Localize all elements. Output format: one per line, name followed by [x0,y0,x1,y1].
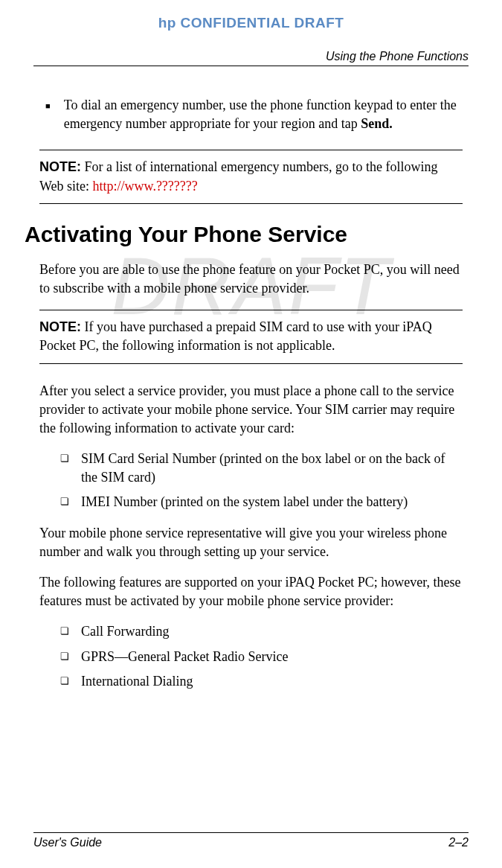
features-list: ❏ Call Forwarding ❏ GPRS—General Packet … [60,622,463,691]
bullet-text: To dial an emergency number, use the pho… [64,96,463,133]
section-heading: Activating Your Phone Service [25,222,463,247]
list-item: ❏ GPRS—General Packet Radio Service [60,648,463,666]
confidential-header: hp CONFIDENTIAL DRAFT [33,15,469,31]
note-url: http://www.??????? [93,179,198,194]
note-sim-card: NOTE: If you have purchased a prepaid SI… [39,310,463,363]
list-item: ❏ Call Forwarding [60,622,463,641]
note-label: NOTE: [39,159,81,174]
requirements-list: ❏ SIM Card Serial Number (printed on the… [60,450,463,512]
list-item: ❏ SIM Card Serial Number (printed on the… [60,450,463,487]
list-item-text: GPRS—General Packet Radio Service [81,648,288,666]
outline-square-icon: ❏ [60,495,69,511]
footer-page-number: 2–2 [448,836,469,849]
emergency-bullet: ■ To dial an emergency number, use the p… [39,96,463,133]
list-item-text: International Dialing [81,672,193,691]
list-item-text: Call Forwarding [81,622,170,641]
list-item: ❏ IMEI Number (printed on the system lab… [60,493,463,511]
list-item: ❏ International Dialing [60,672,463,691]
outline-square-icon: ❏ [60,452,69,487]
note-label: NOTE: [39,319,81,334]
square-bullet-icon: ■ [45,100,51,133]
outline-square-icon: ❏ [60,674,69,691]
features-paragraph: The following features are supported on … [39,573,463,610]
activation-paragraph: After you select a service provider, you… [39,382,463,438]
intro-paragraph: Before you are able to use the phone fea… [39,261,463,298]
list-item-text: IMEI Number (printed on the system label… [81,493,408,511]
note-emergency-numbers: NOTE: For a list of international emerge… [39,150,463,203]
chapter-header: Using the Phone Functions [33,50,469,66]
note-text: If you have purchased a prepaid SIM card… [39,319,432,353]
list-item-text: SIM Card Serial Number (printed on the b… [81,450,463,487]
rep-paragraph: Your mobile phone service representative… [39,524,463,561]
page-footer: User's Guide 2–2 [33,832,469,849]
outline-square-icon: ❏ [60,625,69,641]
footer-guide-label: User's Guide [33,836,102,849]
outline-square-icon: ❏ [60,650,69,666]
